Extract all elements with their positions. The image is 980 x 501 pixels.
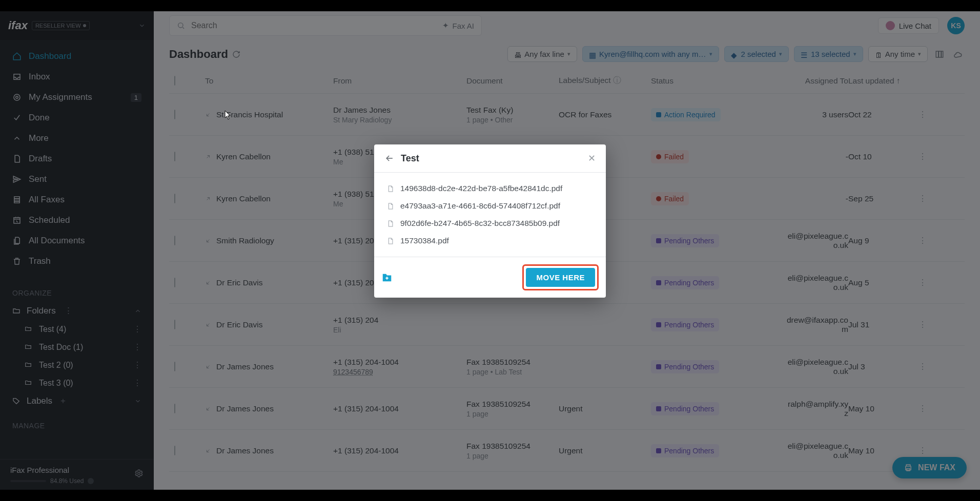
file-row[interactable]: e4793aa3-a71e-4661-8c6d-574408f712cf.pdf <box>379 197 601 215</box>
new-folder-icon[interactable] <box>381 272 393 283</box>
file-icon <box>386 220 394 227</box>
file-name: 149638d8-dc2e-422d-be78-a5fbe42841dc.pdf <box>400 184 562 193</box>
move-here-highlight: MOVE HERE <box>522 264 599 290</box>
file-icon <box>386 237 394 245</box>
file-row[interactable]: 149638d8-dc2e-422d-be78-a5fbe42841dc.pdf <box>379 180 601 197</box>
file-icon <box>386 202 394 210</box>
back-arrow-icon[interactable] <box>384 153 395 163</box>
modal-footer: MOVE HERE <box>374 257 606 298</box>
file-row[interactable]: 15730384.pdf <box>379 232 601 249</box>
file-icon <box>386 185 394 193</box>
file-name: 9f02d6fe-b247-4b65-8c32-bcc873485b09.pdf <box>400 219 560 228</box>
modal-overlay[interactable]: Test ✕ 149638d8-dc2e-422d-be78-a5fbe4284… <box>0 11 980 490</box>
modal-title: Test <box>401 153 419 164</box>
modal-header: Test ✕ <box>374 144 606 173</box>
close-icon[interactable]: ✕ <box>588 153 596 164</box>
modal-file-list: 149638d8-dc2e-422d-be78-a5fbe42841dc.pdf… <box>374 173 606 257</box>
move-modal: Test ✕ 149638d8-dc2e-422d-be78-a5fbe4284… <box>374 144 606 298</box>
move-here-button[interactable]: MOVE HERE <box>526 268 595 287</box>
file-row[interactable]: 9f02d6fe-b247-4b65-8c32-bcc873485b09.pdf <box>379 215 601 232</box>
file-name: e4793aa3-a71e-4661-8c6d-574408f712cf.pdf <box>400 201 560 211</box>
file-name: 15730384.pdf <box>400 236 449 245</box>
